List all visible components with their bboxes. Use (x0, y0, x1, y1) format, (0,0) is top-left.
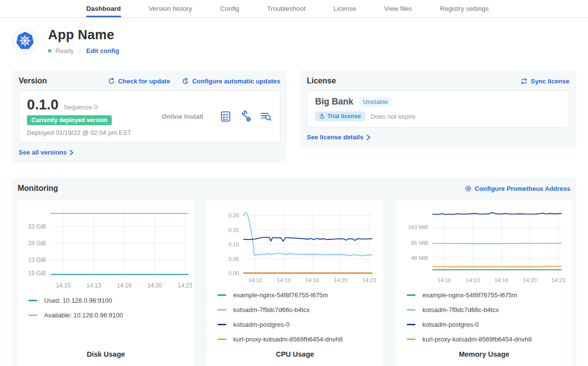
legend-label: kurl-proxy-kotsadm-8569fb6454-dnvh8 (422, 336, 532, 343)
install-type-label: Online Install (146, 113, 220, 120)
tab-troubleshoot[interactable]: Troubleshoot (267, 0, 305, 17)
sync-license-link[interactable]: Sync license (520, 78, 569, 85)
svg-text:0.10: 0.10 (228, 241, 239, 247)
tab-dashboard[interactable]: Dashboard (86, 0, 121, 17)
monitoring-section: Monitoring Configure Prometheus Address … (12, 178, 576, 366)
legend-dash-icon (28, 314, 37, 316)
chart-plot-disk-usage[interactable]: 19 GiB23 GiB28 GiB33 GiB14:1014:1314:161… (20, 207, 192, 291)
svg-text:14:16: 14:16 (494, 277, 508, 283)
legend-dash-icon (218, 294, 226, 296)
svg-text:14:10: 14:10 (56, 282, 71, 289)
auto-update-clock-icon (182, 78, 189, 85)
customer-name: Big Bank (315, 97, 353, 107)
version-card-title: Version (19, 77, 47, 85)
svg-text:14:13: 14:13 (277, 277, 291, 283)
version-sequence: Sequence 0 (64, 104, 98, 111)
svg-text:14:13: 14:13 (466, 277, 480, 283)
legend-item: kotsadm-postgres-0 (218, 321, 383, 328)
legend-dash-icon (407, 339, 416, 340)
svg-text:19 GiB: 19 GiB (28, 270, 46, 277)
channel-badge: Unstable (359, 97, 392, 107)
chart-plot-cpu-usage[interactable]: 0.000.050.100.150.2014:1014:1314:1614:20… (209, 207, 381, 286)
svg-text:14:23: 14:23 (362, 277, 376, 283)
legend-dash-icon (218, 339, 226, 340)
chart-legend: example-nginx-54f8f76755-l675mkotsadm-7f… (396, 286, 572, 350)
configure-prometheus-link[interactable]: Configure Prometheus Address (465, 185, 570, 192)
tab-registry-settings[interactable]: Registry settings (440, 0, 489, 17)
trial-license-badge: Trial license (315, 111, 365, 121)
chart-card-memory-usage: 48 MiB95 MiB143 MiB14:1014:1314:1614:201… (396, 201, 572, 366)
chart-legend: Used: 10.128.0.96:9100Available: 10.128.… (18, 291, 194, 326)
svg-text:143 MiB: 143 MiB (408, 224, 428, 230)
svg-text:14:10: 14:10 (248, 277, 262, 283)
see-license-details-link[interactable]: See license details (307, 133, 370, 141)
gear-icon (465, 185, 472, 192)
sync-arrows-icon (520, 78, 528, 85)
version-card: Version Check for update (12, 70, 287, 163)
edit-config-link[interactable]: Edit config (86, 47, 119, 54)
svg-text:0.15: 0.15 (228, 227, 239, 233)
configure-automatic-updates-link[interactable]: Configure automatic updates (182, 78, 280, 85)
stopwatch-icon (319, 113, 325, 119)
legend-label: example-nginx-54f8f76755-l675m (422, 291, 517, 299)
legend-label: kotsadm-postgres-0 (233, 321, 290, 328)
divider: | (78, 47, 82, 54)
charts-row: 19 GiB23 GiB28 GiB33 GiB14:1014:1314:161… (18, 201, 570, 366)
config-wrench-gear-icon[interactable] (240, 110, 252, 123)
app-status: Ready (55, 47, 74, 54)
svg-text:33 GiB: 33 GiB (28, 223, 46, 230)
tab-license[interactable]: License (333, 0, 356, 17)
chart-title: Disk Usage (18, 350, 194, 358)
legend-label: Available: 10.128.0.96:9100 (44, 312, 123, 319)
legend-item: kotsadm-7f9dc7d66c-b4tcx (407, 306, 572, 314)
legend-label: example-nginx-54f8f76755-l675m (233, 291, 328, 299)
legend-item: example-nginx-54f8f76755-l675m (218, 291, 383, 299)
svg-text:14:13: 14:13 (86, 282, 101, 289)
svg-text:14:10: 14:10 (438, 277, 451, 283)
kubernetes-logo-icon (12, 27, 38, 54)
legend-item: Used: 10.128.0.96:9100 (28, 297, 194, 304)
legend-item: kurl-proxy-kotsadm-8569fb6454-dnvh8 (407, 336, 572, 343)
tab-version-history[interactable]: Version history (149, 0, 193, 17)
see-all-versions-link[interactable]: See all versions (19, 149, 74, 156)
view-logs-icon[interactable] (260, 110, 272, 123)
app-header: App Name Ready | Edit config (12, 27, 576, 54)
legend-item: kurl-proxy-kotsadm-8569fb6454-dnvh8 (218, 336, 383, 343)
svg-text:14:16: 14:16 (117, 282, 132, 289)
svg-text:95 MiB: 95 MiB (411, 240, 428, 246)
legend-item: Available: 10.128.0.96:9100 (28, 312, 194, 319)
svg-text:0.20: 0.20 (228, 212, 239, 218)
legend-label: kurl-proxy-kotsadm-8569fb6454-dnvh8 (233, 336, 343, 343)
tab-config[interactable]: Config (220, 0, 239, 17)
chart-card-disk-usage: 19 GiB23 GiB28 GiB33 GiB14:1014:1314:161… (18, 201, 194, 366)
chart-title: Memory Usage (396, 350, 572, 358)
chart-legend: example-nginx-54f8f76755-l675mkotsadm-7f… (207, 286, 383, 350)
svg-text:0.05: 0.05 (228, 256, 239, 262)
svg-text:14:20: 14:20 (334, 277, 347, 283)
legend-label: Used: 10.128.0.96:9100 (44, 297, 112, 304)
chart-plot-memory-usage[interactable]: 48 MiB95 MiB143 MiB14:1014:1314:1614:201… (398, 207, 570, 286)
preflight-checks-icon[interactable] (220, 110, 232, 123)
svg-text:23 GiB: 23 GiB (28, 257, 46, 263)
svg-text:48 MiB: 48 MiB (411, 255, 428, 261)
legend-label: kotsadm-7f9dc7d66c-b4tcx (422, 306, 499, 314)
deployed-timestamp: Deployed 01/19/22 @ 02:04 pm EST (27, 129, 146, 136)
legend-item: example-nginx-54f8f76755-l675m (407, 291, 572, 299)
svg-text:14:16: 14:16 (305, 277, 319, 283)
legend-item: kotsadm-7f9dc7d66c-b4tcx (218, 306, 383, 314)
deployed-badge: Currently deployed version (27, 115, 112, 125)
svg-text:14:20: 14:20 (523, 277, 537, 283)
monitoring-title: Monitoring (18, 184, 58, 193)
legend-label: kotsadm-7f9dc7d66c-b4tcx (233, 306, 310, 314)
legend-dash-icon (407, 294, 416, 296)
license-panel: Big Bank Unstable Trial license (307, 90, 569, 128)
license-card: License Sync license Big Bank (300, 70, 576, 148)
svg-text:28 GiB: 28 GiB (28, 240, 46, 247)
check-for-update-link[interactable]: Check for update (108, 78, 170, 85)
legend-label: kotsadm-postgres-0 (422, 321, 479, 328)
legend-item: kotsadm-postgres-0 (407, 321, 572, 328)
chart-title: CPU Usage (207, 350, 383, 358)
tab-view-files[interactable]: View files (384, 0, 412, 17)
legend-dash-icon (28, 300, 37, 301)
legend-dash-icon (407, 309, 416, 311)
